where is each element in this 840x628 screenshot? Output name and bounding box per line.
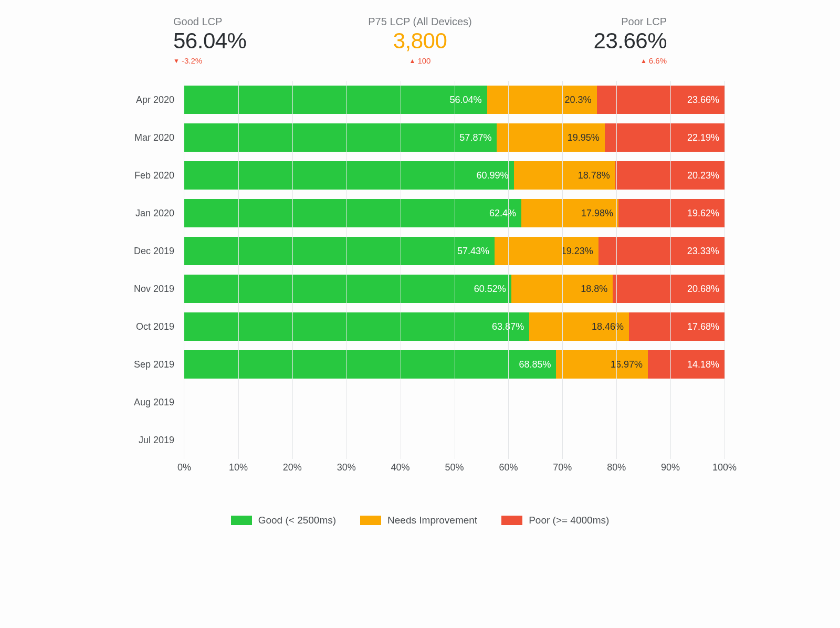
legend-swatch-icon — [231, 516, 252, 525]
metric-good-lcp: Good LCP 56.04% ▼ -3.2% — [173, 16, 246, 65]
lcp-dashboard: Good LCP 56.04% ▼ -3.2% P75 LCP (All Dev… — [84, 0, 756, 558]
plot-cell — [184, 383, 724, 421]
legend-label: Needs Improvement — [387, 515, 477, 526]
chart-row: Feb 202060.99%18.78%20.23% — [116, 156, 724, 194]
stacked-bar-chart: Apr 202056.04%20.3%23.66%Mar 202057.87%1… — [116, 81, 724, 478]
bar-segment-poor: 14.18% — [648, 350, 724, 379]
y-axis-label: Dec 2019 — [116, 246, 184, 257]
stacked-bar: 56.04%20.3%23.66% — [184, 86, 724, 114]
stacked-bar: 60.99%18.78%20.23% — [184, 161, 724, 190]
x-axis: 0%10%20%30%40%50%60%70%80%90%100% — [116, 462, 724, 478]
x-axis-tick: 80% — [607, 462, 626, 473]
x-axis-tick: 10% — [229, 462, 248, 473]
arrow-down-icon: ▼ — [173, 58, 180, 64]
stacked-bar: 60.52%18.8%20.68% — [184, 275, 724, 303]
bar-segment-need: 19.95% — [497, 123, 604, 152]
chart-row: Nov 201960.52%18.8%20.68% — [116, 270, 724, 308]
metric-poor-lcp: Poor LCP 23.66% ▲ 6.6% — [594, 16, 667, 65]
y-axis-label: Feb 2020 — [116, 170, 184, 181]
x-axis-tick: 60% — [499, 462, 518, 473]
metric-delta-value: 6.6% — [649, 56, 667, 65]
metric-value: 56.04% — [173, 29, 246, 53]
bar-segment-need: 19.23% — [495, 237, 598, 265]
chart-row: Aug 2019 — [116, 383, 724, 421]
x-axis-ticks: 0%10%20%30%40%50%60%70%80%90%100% — [184, 462, 724, 478]
x-axis-tick: 30% — [337, 462, 356, 473]
metric-delta-value: -3.2% — [182, 56, 202, 65]
metric-value: 23.66% — [594, 29, 667, 53]
bar-segment-need: 18.78% — [514, 161, 615, 190]
bar-segment-poor: 22.19% — [605, 123, 724, 152]
y-axis-label: Mar 2020 — [116, 132, 184, 143]
bar-segment-good: 68.85% — [184, 350, 556, 379]
legend-label: Poor (>= 4000ms) — [529, 515, 609, 526]
x-axis-tick: 100% — [712, 462, 737, 473]
stacked-bar: 57.43%19.23%23.33% — [184, 237, 724, 265]
x-axis-tick: 0% — [177, 462, 191, 473]
bar-segment-good: 60.52% — [184, 275, 511, 303]
plot-cell: 68.85%16.97%14.18% — [184, 346, 724, 383]
stacked-bar: 68.85%16.97%14.18% — [184, 350, 724, 379]
plot-cell: 60.52%18.8%20.68% — [184, 270, 724, 308]
x-axis-tick: 20% — [283, 462, 302, 473]
y-axis-label: Jul 2019 — [116, 435, 184, 446]
plot-cell: 62.4%17.98%19.62% — [184, 194, 724, 232]
y-axis-label: Oct 2019 — [116, 321, 184, 332]
stacked-bar: 62.4%17.98%19.62% — [184, 199, 724, 227]
bar-segment-poor: 19.62% — [618, 199, 724, 227]
plot-cell: 63.87%18.46%17.68% — [184, 308, 724, 346]
metric-label: Good LCP — [173, 16, 222, 28]
y-axis-label: Apr 2020 — [116, 95, 184, 106]
stacked-bar: 57.87%19.95%22.19% — [184, 123, 724, 152]
chart-rows: Apr 202056.04%20.3%23.66%Mar 202057.87%1… — [116, 81, 724, 459]
bar-segment-good: 57.43% — [184, 237, 495, 265]
plot-cell: 57.87%19.95%22.19% — [184, 119, 724, 156]
bar-segment-good: 60.99% — [184, 161, 514, 190]
bar-segment-need: 17.98% — [521, 199, 618, 227]
metric-value: 3,800 — [393, 29, 447, 53]
bar-segment-need: 16.97% — [556, 350, 648, 379]
plot-cell: 56.04%20.3%23.66% — [184, 81, 724, 119]
y-axis-label: Jan 2020 — [116, 208, 184, 219]
chart-row: Jan 202062.4%17.98%19.62% — [116, 194, 724, 232]
bar-segment-poor: 23.33% — [598, 237, 724, 265]
metric-cards-row: Good LCP 56.04% ▼ -3.2% P75 LCP (All Dev… — [94, 16, 746, 65]
legend: Good (< 2500ms) Needs Improvement Poor (… — [94, 515, 746, 526]
legend-label: Good (< 2500ms) — [258, 515, 336, 526]
arrow-up-icon: ▲ — [640, 58, 647, 64]
stacked-bar: 63.87%18.46%17.68% — [184, 312, 724, 341]
x-axis-tick: 50% — [445, 462, 464, 473]
bar-segment-good: 56.04% — [184, 86, 487, 114]
metric-delta: ▲ 100 — [410, 56, 431, 65]
x-axis-tick: 90% — [661, 462, 680, 473]
chart-row: Apr 202056.04%20.3%23.66% — [116, 81, 724, 119]
bar-segment-good: 63.87% — [184, 312, 529, 341]
bar-segment-need: 18.8% — [511, 275, 613, 303]
bar-segment-good: 62.4% — [184, 199, 521, 227]
chart-row: Dec 201957.43%19.23%23.33% — [116, 232, 724, 270]
bar-segment-need: 20.3% — [487, 86, 597, 114]
metric-delta: ▼ -3.2% — [173, 56, 202, 65]
bar-segment-need: 18.46% — [529, 312, 629, 341]
metric-label: P75 LCP (All Devices) — [368, 16, 471, 28]
legend-item-poor: Poor (>= 4000ms) — [501, 515, 609, 526]
metric-label: Poor LCP — [621, 16, 667, 28]
plot-cell: 57.43%19.23%23.33% — [184, 232, 724, 270]
chart-row: Mar 202057.87%19.95%22.19% — [116, 119, 724, 156]
arrow-up-icon: ▲ — [410, 58, 416, 64]
y-axis-label: Nov 2019 — [116, 284, 184, 295]
legend-swatch-icon — [360, 516, 381, 525]
bar-segment-poor: 20.23% — [615, 161, 724, 190]
chart-row: Sep 201968.85%16.97%14.18% — [116, 346, 724, 383]
legend-item-good: Good (< 2500ms) — [231, 515, 336, 526]
legend-swatch-icon — [501, 516, 522, 525]
x-axis-tick: 40% — [391, 462, 410, 473]
metric-p75-lcp: P75 LCP (All Devices) 3,800 ▲ 100 — [368, 16, 471, 65]
chart-row: Oct 201963.87%18.46%17.68% — [116, 308, 724, 346]
metric-delta: ▲ 6.6% — [640, 56, 667, 65]
bar-segment-poor: 23.66% — [597, 86, 724, 114]
chart-row: Jul 2019 — [116, 421, 724, 459]
y-axis-label: Aug 2019 — [116, 397, 184, 408]
bar-segment-poor: 20.68% — [613, 275, 724, 303]
plot-cell: 60.99%18.78%20.23% — [184, 156, 724, 194]
